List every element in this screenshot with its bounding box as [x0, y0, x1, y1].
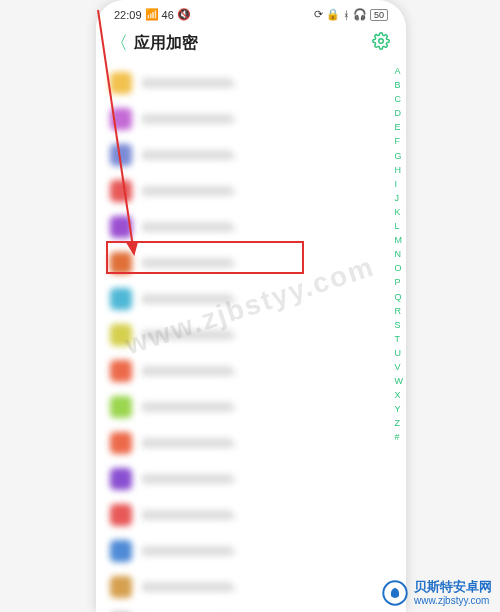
signal-icon: 📶 — [145, 8, 159, 21]
chevron-right-icon: › — [232, 219, 237, 235]
app-row[interactable]: › — [96, 281, 406, 317]
app-name-label — [142, 258, 232, 268]
app-row[interactable]: › — [96, 173, 406, 209]
app-row[interactable]: › — [96, 209, 406, 245]
nav-bar: 〈 应用加密 — [96, 25, 406, 65]
app-name-label — [142, 78, 232, 88]
settings-button[interactable] — [372, 32, 390, 54]
chevron-right-icon: › — [232, 327, 237, 343]
page-title: 应用加密 — [134, 33, 198, 54]
app-icon — [110, 432, 132, 454]
app-row[interactable]: › — [96, 497, 406, 533]
app-icon — [110, 288, 132, 310]
watermark-brand: 贝斯特安卓网 www.zjbstyy.com — [382, 580, 492, 606]
app-name-label — [142, 114, 232, 124]
app-row[interactable]: › — [96, 389, 406, 425]
app-name-label — [142, 366, 232, 376]
chevron-right-icon: › — [232, 471, 237, 487]
app-icon — [110, 468, 132, 490]
app-row[interactable]: › — [96, 569, 406, 605]
app-icon — [110, 396, 132, 418]
battery-icon: 50 — [370, 9, 388, 21]
app-list: ABCDEFGHIJKLMNOPQRSTUVWXYZ# ››››››››››››… — [96, 65, 406, 612]
chevron-right-icon: › — [232, 183, 237, 199]
app-name-label — [142, 222, 232, 232]
phone-frame: 22:09 📶 46 🔇 ⟳ 🔒 ᚼ 🎧 50 〈 应用加密 ABCDEFGHI… — [96, 0, 406, 612]
app-icon — [110, 72, 132, 94]
app-icon — [110, 108, 132, 130]
app-row[interactable]: › — [96, 65, 406, 101]
svg-point-0 — [379, 39, 384, 44]
chevron-right-icon: › — [232, 579, 237, 595]
app-row[interactable]: › — [96, 533, 406, 569]
app-icon — [110, 324, 132, 346]
app-row[interactable]: › — [96, 245, 406, 281]
app-icon — [110, 216, 132, 238]
app-name-label — [142, 294, 232, 304]
headphone-icon: 🎧 — [353, 8, 367, 21]
app-name-label — [142, 474, 232, 484]
chevron-right-icon: › — [232, 435, 237, 451]
app-row[interactable]: › — [96, 137, 406, 173]
chevron-right-icon: › — [232, 543, 237, 559]
app-name-label — [142, 150, 232, 160]
app-icon — [110, 540, 132, 562]
app-name-label — [142, 402, 232, 412]
brand-logo-icon — [382, 580, 408, 606]
chevron-right-icon: › — [232, 75, 237, 91]
back-button[interactable]: 〈 — [110, 31, 128, 55]
mute-icon: 🔇 — [177, 8, 191, 21]
brand-name: 贝斯特安卓网 — [414, 580, 492, 595]
chevron-right-icon: › — [232, 507, 237, 523]
app-icon — [110, 576, 132, 598]
app-row[interactable]: › — [96, 425, 406, 461]
sync-icon: ⟳ — [314, 8, 323, 21]
app-icon — [110, 180, 132, 202]
brand-url: www.zjbstyy.com — [414, 595, 492, 607]
app-icon — [110, 360, 132, 382]
app-icon — [110, 252, 132, 274]
status-bar: 22:09 📶 46 🔇 ⟳ 🔒 ᚼ 🎧 50 — [96, 0, 406, 25]
status-extra: 46 — [162, 9, 174, 21]
bluetooth-icon: ᚼ — [343, 9, 350, 21]
lock-icon: 🔒 — [326, 8, 340, 21]
app-name-label — [142, 330, 232, 340]
chevron-right-icon: › — [232, 291, 237, 307]
chevron-right-icon: › — [232, 399, 237, 415]
app-row[interactable]: › — [96, 353, 406, 389]
app-name-label — [142, 186, 232, 196]
chevron-right-icon: › — [232, 363, 237, 379]
app-name-label — [142, 582, 232, 592]
app-name-label — [142, 438, 232, 448]
status-time: 22:09 — [114, 9, 142, 21]
chevron-right-icon: › — [232, 255, 237, 271]
chevron-right-icon: › — [232, 147, 237, 163]
app-name-label — [142, 546, 232, 556]
app-name-label — [142, 510, 232, 520]
app-row[interactable]: › — [96, 461, 406, 497]
app-row[interactable]: › — [96, 605, 406, 612]
app-icon — [110, 504, 132, 526]
app-row[interactable]: › — [96, 317, 406, 353]
app-row[interactable]: › — [96, 101, 406, 137]
app-icon — [110, 144, 132, 166]
chevron-right-icon: › — [232, 111, 237, 127]
